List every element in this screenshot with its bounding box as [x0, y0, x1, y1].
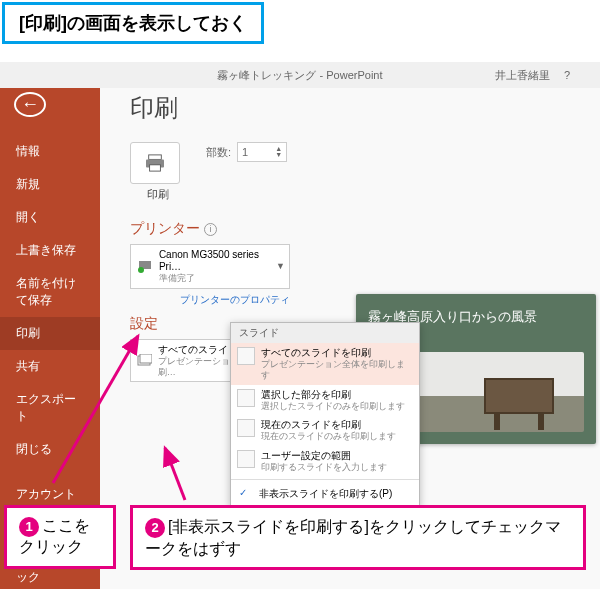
print-range-dropdown: スライド すべてのスライドを印刷プレゼンテーション全体を印刷します 選択した部分… — [230, 322, 420, 507]
spinner-arrows-icon[interactable]: ▲▼ — [275, 146, 282, 157]
callout-1: 1ここをクリック — [4, 505, 116, 569]
nav-share[interactable]: 共有 — [0, 350, 100, 383]
slides-all-icon — [237, 347, 255, 365]
printer-header: プリンター i — [130, 220, 580, 238]
instruction-banner: [印刷]の画面を表示しておく — [2, 2, 264, 44]
opt-label: ユーザー設定の範囲 — [261, 450, 387, 462]
opt-label: すべてのスライドを印刷 — [261, 347, 413, 359]
nav-export[interactable]: エクスポート — [0, 383, 100, 433]
copies-value: 1 — [242, 146, 248, 158]
arrow-left-icon: ← — [21, 94, 39, 115]
printer-name: Canon MG3500 series Pri… — [159, 249, 283, 273]
dropdown-opt-all-slides[interactable]: すべてのスライドを印刷プレゼンテーション全体を印刷します — [231, 343, 419, 385]
nav-info[interactable]: 情報 — [0, 135, 100, 168]
copies-label: 部数: — [206, 145, 231, 160]
callout-number: 1 — [19, 517, 39, 537]
print-button[interactable]: 印刷 — [130, 142, 186, 202]
opt-sub: 現在のスライドのみを印刷します — [261, 431, 396, 442]
nav-print[interactable]: 印刷 — [0, 317, 100, 350]
nav-saveas[interactable]: 名前を付けて保存 — [0, 267, 100, 317]
help-icon[interactable]: ? — [564, 69, 570, 81]
chevron-down-icon: ▼ — [276, 261, 285, 271]
opt-sub: プレゼンテーション全体を印刷します — [261, 359, 413, 381]
svg-rect-0 — [149, 155, 162, 160]
printer-selector[interactable]: Canon MG3500 series Pri… 準備完了 ▼ — [130, 244, 290, 289]
svg-rect-2 — [150, 165, 161, 171]
nav-open[interactable]: 開く — [0, 201, 100, 234]
opt-label: 選択した部分を印刷 — [261, 389, 405, 401]
opt-label: 現在のスライドを印刷 — [261, 419, 396, 431]
checkmark-icon: ✓ — [239, 487, 253, 498]
callout-number: 2 — [145, 518, 165, 538]
nav-save[interactable]: 上書き保存 — [0, 234, 100, 267]
dropdown-opt-current[interactable]: 現在のスライドを印刷現在のスライドのみを印刷します — [231, 415, 419, 446]
printer-icon — [144, 154, 166, 172]
printer-status-icon — [137, 259, 153, 273]
callout-2: 2[非表示スライドを印刷する]をクリックしてチェックマークをはずす — [130, 505, 586, 570]
info-icon[interactable]: i — [204, 223, 217, 236]
dropdown-opt-selection[interactable]: 選択した部分を印刷選択したスライドのみを印刷します — [231, 385, 419, 416]
back-button[interactable]: ← — [14, 92, 46, 117]
svg-point-4 — [138, 267, 144, 273]
opt-sub: 印刷するスライドを入力します — [261, 462, 387, 473]
slides-cur-icon — [237, 419, 255, 437]
signboard — [484, 378, 554, 414]
callout-text: [非表示スライドを印刷する]をクリックしてチェックマークをはずす — [145, 518, 561, 557]
printer-header-label: プリンター — [130, 220, 200, 238]
copies-control: 部数: 1 ▲▼ — [206, 142, 287, 162]
opt-label: 非表示スライドを印刷する(P) — [259, 487, 392, 501]
dropdown-opt-print-hidden[interactable]: ✓ 非表示スライドを印刷する(P) — [231, 482, 419, 506]
page-title: 印刷 — [130, 92, 580, 124]
slides-custom-icon — [237, 450, 255, 468]
copies-spinner[interactable]: 1 ▲▼ — [237, 142, 287, 162]
opt-sub: 選択したスライドのみを印刷します — [261, 401, 405, 412]
printer-status: 準備完了 — [159, 273, 283, 284]
title-bar: 霧ヶ峰トレッキング - PowerPoint 井上香緒里 ? — [0, 62, 600, 88]
document-title: 霧ヶ峰トレッキング - PowerPoint — [217, 68, 382, 83]
dropdown-divider — [231, 479, 419, 480]
user-name: 井上香緒里 — [495, 68, 550, 83]
nav-new[interactable]: 新規 — [0, 168, 100, 201]
nav-close[interactable]: 閉じる — [0, 433, 100, 466]
dropdown-header: スライド — [231, 323, 419, 343]
dropdown-opt-custom[interactable]: ユーザー設定の範囲印刷するスライドを入力します — [231, 446, 419, 477]
printer-properties-link[interactable]: プリンターのプロパティ — [130, 293, 290, 307]
print-button-label: 印刷 — [130, 187, 186, 202]
slides-icon — [137, 354, 152, 368]
slides-sel-icon — [237, 389, 255, 407]
svg-rect-6 — [140, 354, 152, 363]
